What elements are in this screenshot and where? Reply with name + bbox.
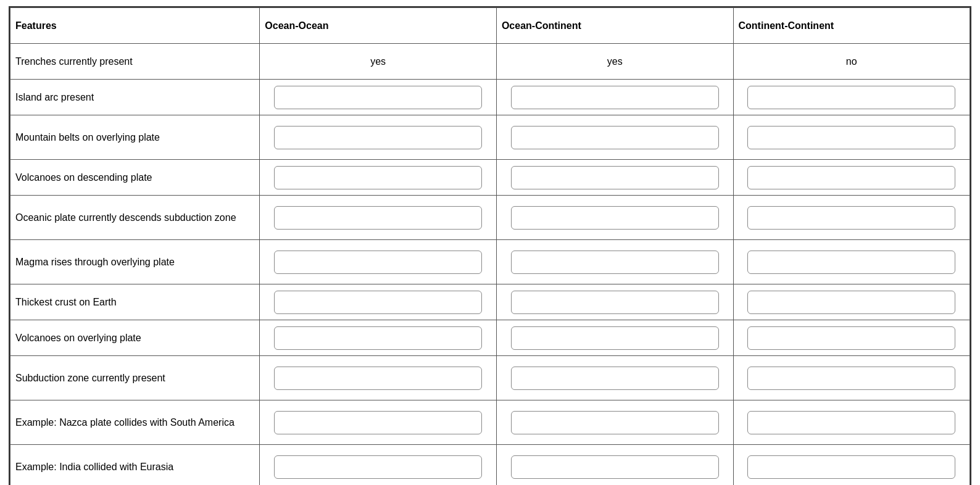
input-mountain-belts-col0[interactable] xyxy=(274,126,482,149)
answer-cell-trenches-col2: no xyxy=(733,44,970,80)
answer-cell-example-india-col0[interactable] xyxy=(260,445,497,486)
static-answer-trenches-col1: yes xyxy=(607,56,623,67)
comparison-table: Features Ocean-Ocean Ocean-Continent Con… xyxy=(10,7,970,485)
input-volcanoes-overlying-col0[interactable] xyxy=(274,326,482,350)
input-subduction-zone-present-col0[interactable] xyxy=(274,367,482,390)
answer-cell-volcanoes-descending-col1[interactable] xyxy=(496,160,733,196)
answer-cell-mountain-belts-col1[interactable] xyxy=(496,115,733,160)
answer-cell-subduction-zone-present-col2[interactable] xyxy=(733,356,970,400)
feature-label-example-nazca: Example: Nazca plate collides with South… xyxy=(10,400,260,445)
header-ocean-ocean: Ocean-Ocean xyxy=(260,8,497,44)
answer-cell-example-india-col1[interactable] xyxy=(496,445,733,486)
answer-cell-mountain-belts-col0[interactable] xyxy=(260,115,497,160)
feature-label-volcanoes-descending: Volcanoes on descending plate xyxy=(10,160,260,196)
answer-cell-magma-rises-col2[interactable] xyxy=(733,240,970,284)
input-thickest-crust-col2[interactable] xyxy=(747,291,955,314)
answer-cell-subduction-zone-present-col1[interactable] xyxy=(496,356,733,400)
input-volcanoes-overlying-col2[interactable] xyxy=(747,326,955,350)
table-row: Subduction zone currently present xyxy=(10,356,970,400)
answer-cell-example-nazca-col2[interactable] xyxy=(733,400,970,445)
answer-cell-trenches-col0: yes xyxy=(260,44,497,80)
input-example-india-col2[interactable] xyxy=(747,455,955,479)
input-volcanoes-overlying-col1[interactable] xyxy=(511,326,719,350)
input-volcanoes-descending-col1[interactable] xyxy=(511,166,719,189)
answer-cell-thickest-crust-col0[interactable] xyxy=(260,284,497,320)
table-row: Thickest crust on Earth xyxy=(10,284,970,320)
feature-label-trenches: Trenches currently present xyxy=(10,44,260,80)
answer-cell-example-nazca-col0[interactable] xyxy=(260,400,497,445)
input-volcanoes-descending-col2[interactable] xyxy=(747,166,955,189)
input-mountain-belts-col1[interactable] xyxy=(511,126,719,149)
answer-cell-thickest-crust-col1[interactable] xyxy=(496,284,733,320)
feature-label-magma-rises: Magma rises through overlying plate xyxy=(10,240,260,284)
header-ocean-continent: Ocean-Continent xyxy=(496,8,733,44)
input-mountain-belts-col2[interactable] xyxy=(747,126,955,149)
input-magma-rises-col0[interactable] xyxy=(274,251,482,274)
table-row: Island arc present xyxy=(10,80,970,115)
input-oceanic-plate-descends-col2[interactable] xyxy=(747,206,955,230)
input-example-nazca-col2[interactable] xyxy=(747,411,955,434)
table-row: Trenches currently presentyesyesno xyxy=(10,44,970,80)
input-example-india-col1[interactable] xyxy=(511,455,719,479)
input-magma-rises-col1[interactable] xyxy=(511,251,719,274)
answer-cell-mountain-belts-col2[interactable] xyxy=(733,115,970,160)
header-row: Features Ocean-Ocean Ocean-Continent Con… xyxy=(10,8,970,44)
answer-cell-example-nazca-col1[interactable] xyxy=(496,400,733,445)
input-thickest-crust-col1[interactable] xyxy=(511,291,719,314)
input-example-nazca-col0[interactable] xyxy=(274,411,482,434)
header-continent-continent: Continent-Continent xyxy=(733,8,970,44)
input-island-arc-col2[interactable] xyxy=(747,86,955,109)
table-row: Oceanic plate currently descends subduct… xyxy=(10,196,970,240)
static-answer-trenches-col2: no xyxy=(846,56,857,67)
input-island-arc-col0[interactable] xyxy=(274,86,482,109)
answer-cell-trenches-col1: yes xyxy=(496,44,733,80)
answer-cell-volcanoes-overlying-col0[interactable] xyxy=(260,320,497,356)
input-thickest-crust-col0[interactable] xyxy=(274,291,482,314)
answer-cell-volcanoes-descending-col2[interactable] xyxy=(733,160,970,196)
feature-label-mountain-belts: Mountain belts on overlying plate xyxy=(10,115,260,160)
static-answer-trenches-col0: yes xyxy=(370,56,386,67)
table-row: Volcanoes on descending plate xyxy=(10,160,970,196)
feature-label-subduction-zone-present: Subduction zone currently present xyxy=(10,356,260,400)
answer-cell-volcanoes-descending-col0[interactable] xyxy=(260,160,497,196)
header-features: Features xyxy=(10,8,260,44)
answer-cell-island-arc-col1[interactable] xyxy=(496,80,733,115)
answer-cell-thickest-crust-col2[interactable] xyxy=(733,284,970,320)
feature-label-thickest-crust: Thickest crust on Earth xyxy=(10,284,260,320)
input-subduction-zone-present-col1[interactable] xyxy=(511,367,719,390)
table-row: Example: Nazca plate collides with South… xyxy=(10,400,970,445)
input-subduction-zone-present-col2[interactable] xyxy=(747,367,955,390)
answer-cell-oceanic-plate-descends-col0[interactable] xyxy=(260,196,497,240)
input-oceanic-plate-descends-col0[interactable] xyxy=(274,206,482,230)
answer-cell-island-arc-col2[interactable] xyxy=(733,80,970,115)
input-island-arc-col1[interactable] xyxy=(511,86,719,109)
answer-cell-oceanic-plate-descends-col1[interactable] xyxy=(496,196,733,240)
table-row: Example: India collided with Eurasia xyxy=(10,445,970,486)
input-magma-rises-col2[interactable] xyxy=(747,251,955,274)
input-volcanoes-descending-col0[interactable] xyxy=(274,166,482,189)
answer-cell-oceanic-plate-descends-col2[interactable] xyxy=(733,196,970,240)
table-row: Volcanoes on overlying plate xyxy=(10,320,970,356)
answer-cell-subduction-zone-present-col0[interactable] xyxy=(260,356,497,400)
feature-label-island-arc: Island arc present xyxy=(10,80,260,115)
table-row: Magma rises through overlying plate xyxy=(10,240,970,284)
answer-cell-magma-rises-col1[interactable] xyxy=(496,240,733,284)
answer-cell-example-india-col2[interactable] xyxy=(733,445,970,486)
input-example-nazca-col1[interactable] xyxy=(511,411,719,434)
answer-cell-volcanoes-overlying-col1[interactable] xyxy=(496,320,733,356)
table-row: Mountain belts on overlying plate xyxy=(10,115,970,160)
feature-label-oceanic-plate-descends: Oceanic plate currently descends subduct… xyxy=(10,196,260,240)
feature-label-example-india: Example: India collided with Eurasia xyxy=(10,445,260,486)
answer-cell-island-arc-col0[interactable] xyxy=(260,80,497,115)
input-oceanic-plate-descends-col1[interactable] xyxy=(511,206,719,230)
main-table-wrapper: Features Ocean-Ocean Ocean-Continent Con… xyxy=(9,6,971,485)
feature-label-volcanoes-overlying: Volcanoes on overlying plate xyxy=(10,320,260,356)
answer-cell-magma-rises-col0[interactable] xyxy=(260,240,497,284)
input-example-india-col0[interactable] xyxy=(274,455,482,479)
answer-cell-volcanoes-overlying-col2[interactable] xyxy=(733,320,970,356)
